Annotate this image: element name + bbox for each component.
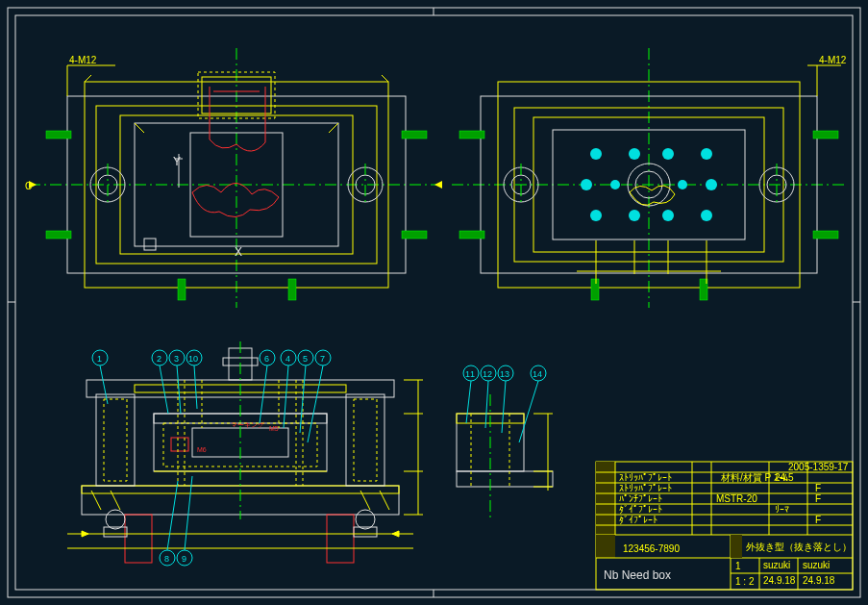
svg-line-134 [308,366,323,442]
row1a: ｽﾄﾘｯﾊﾟﾌﾟﾚｰﾄ [619,472,672,483]
svg-rect-171 [596,535,615,558]
m6-label: M6 [197,446,207,453]
svg-line-136 [167,481,178,550]
svg-rect-25 [178,279,186,300]
svg-line-28 [329,123,338,133]
svg-line-120 [100,366,108,404]
svg-point-52 [590,148,602,160]
svg-rect-26 [288,279,296,300]
balloon-10: 10 [188,354,198,364]
svg-point-60 [662,210,674,221]
balloon-1: 1 [97,354,102,364]
balloon-13: 13 [500,369,509,379]
svg-rect-67 [813,231,838,239]
code2: 24.9.18 [803,575,835,586]
scale: 1 : 2 [735,576,755,587]
svg-marker-35 [29,181,37,189]
balloon-group: 1 2 3 10 6 4 5 7 8 9 [92,350,331,566]
row5a: ﾀﾞｲﾌﾟﾚｰﾄ [619,515,657,525]
balloon-12: 12 [483,369,492,379]
svg-line-152 [485,381,488,428]
axis-x-label: X [235,245,242,259]
dim1: 24.5 [775,472,794,483]
balloon-5: 5 [303,354,308,364]
svg-line-154 [502,381,506,433]
cad-drawing: C Y X 4-M12 4-M12 マーキング M5 M6 1 2 3 10 6… [0,0,868,605]
svg-line-122 [160,366,168,414]
footer-label: Nb Need box [604,568,671,582]
svg-rect-66 [813,131,838,139]
svg-rect-86 [346,394,384,486]
svg-marker-118 [392,531,399,537]
drawing-title: 外抜き型（抜き落とし） [746,542,852,552]
svg-rect-95 [171,438,188,451]
code1: 24.9.18 [763,575,796,586]
row2a: ｽﾄﾘｯﾊﾟﾌﾟﾚｰﾄ [619,483,672,493]
svg-point-100 [106,510,125,529]
svg-rect-174 [731,535,742,558]
row4b: F [815,493,821,504]
svg-line-30 [382,75,388,82]
dim2: ﾘｰﾏ [775,504,789,515]
mat1: suzuki [763,560,790,570]
svg-rect-85 [96,394,135,486]
svg-rect-24 [402,231,427,239]
svg-rect-20 [144,239,156,250]
axis-y-label: Y [173,155,181,168]
row5b: F [815,515,821,525]
svg-rect-84 [327,515,354,563]
svg-line-150 [466,381,471,423]
top-left-view: C Y X 4-M12 [25,48,442,308]
balloon-11: 11 [465,369,475,379]
svg-line-29 [85,75,91,82]
balloon-6: 6 [264,354,269,364]
scale-top: 1 [735,561,741,571]
svg-line-27 [135,123,144,133]
m5-label: M5 [269,425,279,432]
balloon-7: 7 [320,354,325,364]
row3b: F [815,483,821,493]
front-section-view: マーキング M5 M6 1 2 3 10 6 4 5 7 8 9 [67,341,423,566]
balloon-2: 2 [157,354,161,364]
svg-point-56 [581,179,592,190]
svg-point-101 [356,510,375,529]
svg-line-138 [185,476,192,550]
svg-point-55 [701,148,712,160]
svg-point-58 [590,210,602,221]
svg-marker-36 [434,181,442,189]
svg-rect-68 [591,279,599,300]
balloon-8: 8 [164,554,169,564]
svg-rect-64 [459,131,484,139]
svg-line-128 [260,366,267,423]
row4a: ﾀﾞｲﾟﾌﾟﾚｰﾄ [619,504,662,515]
svg-line-156 [519,381,538,442]
mat2: suzuki [803,560,830,570]
svg-rect-88 [354,399,377,481]
balloon-9: 9 [182,554,186,564]
svg-point-59 [629,210,640,221]
svg-rect-83 [125,515,152,563]
svg-line-126 [194,366,197,409]
balloon-14: 14 [533,369,542,379]
hole-note-left: 4-M12 [69,55,97,65]
svg-point-62 [610,180,620,189]
svg-rect-65 [459,231,484,239]
svg-rect-21 [46,131,71,139]
svg-rect-87 [104,399,127,481]
svg-point-61 [701,210,712,221]
svg-point-54 [662,148,674,160]
side-section-view: 11 12 13 14 [457,366,553,519]
balloon-4: 4 [285,354,290,364]
svg-marker-117 [82,531,88,537]
svg-point-53 [629,148,640,160]
svg-point-63 [678,180,687,189]
row1b: MSTR-20 [716,493,757,504]
svg-line-124 [177,366,181,414]
row3a: ﾊﾟﾝﾁﾌﾟﾚｰﾄ [619,493,662,504]
balloon-3: 3 [174,354,179,364]
spec1: 2005-1359-17 [788,462,849,472]
drawing-number: 123456-7890 [623,543,680,554]
svg-rect-23 [402,131,427,139]
svg-rect-22 [46,231,71,239]
hole-note-right: 4-M12 [819,55,847,65]
